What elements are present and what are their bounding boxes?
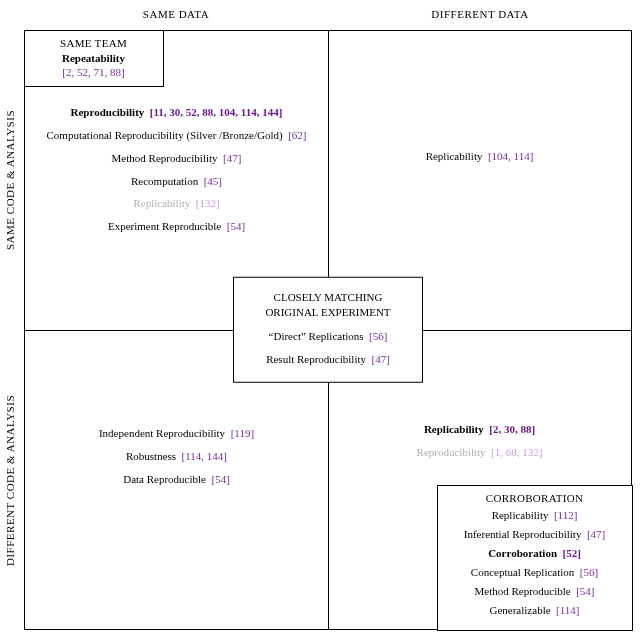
corrob-e6: Generalizable [114] bbox=[444, 603, 626, 618]
corrob-e3: Corroboration [52] bbox=[444, 546, 626, 561]
tl-e3: Method Reproducibility [47] bbox=[33, 151, 320, 166]
br-e2: Reproducibility [1, 68, 132] bbox=[336, 445, 623, 460]
center-e2: Result Reproducibility [47] bbox=[242, 351, 414, 366]
br-e1: Replicability [2, 30, 88] bbox=[336, 422, 623, 437]
tl-e6: Experiment Reproducible [54] bbox=[33, 219, 320, 234]
corroboration-inset: CORROBORATION Replicability [112] Infere… bbox=[437, 485, 633, 630]
corrob-e5: Method Reproducible [54] bbox=[444, 584, 626, 599]
center-title: CLOSELY MATCHING ORIGINAL EXPERIMENT bbox=[242, 290, 414, 321]
bl-e2: Robustness [114, 144] bbox=[33, 449, 320, 464]
axis-different-code: DIFFERENT CODE & ANALYSIS bbox=[4, 330, 16, 630]
corroboration-title: CORROBORATION bbox=[444, 492, 626, 504]
tl-e2: Computational Reproducibility (Silver /B… bbox=[33, 128, 320, 143]
tr-e1: Replicability [104, 114] bbox=[336, 149, 623, 164]
tl-e4: Recomputation [45] bbox=[33, 174, 320, 189]
tl-e1: Reproducibility [11, 30, 52, 88, 104, 11… bbox=[33, 105, 320, 120]
axis-different-data: DIFFERENT DATA bbox=[328, 8, 632, 20]
corrob-e4: Conceptual Replication [56] bbox=[444, 565, 626, 580]
quadrant-grid: SAME TEAM Repeatability [2, 52, 71, 88] … bbox=[24, 30, 632, 630]
bl-e3: Data Reproducible [54] bbox=[33, 472, 320, 487]
center-e1: “Direct” Replications [56] bbox=[242, 329, 414, 344]
bl-e1: Independent Reproducibility [119] bbox=[33, 426, 320, 441]
corrob-e2: Inferential Reproducibility [47] bbox=[444, 527, 626, 542]
corrob-e1: Replicability [112] bbox=[444, 508, 626, 523]
axis-same-data: SAME DATA bbox=[24, 8, 328, 20]
axis-same-code: SAME CODE & ANALYSIS bbox=[4, 30, 16, 330]
center-box: CLOSELY MATCHING ORIGINAL EXPERIMENT “Di… bbox=[233, 277, 423, 383]
tl-e5: Replicability [132] bbox=[33, 196, 320, 211]
